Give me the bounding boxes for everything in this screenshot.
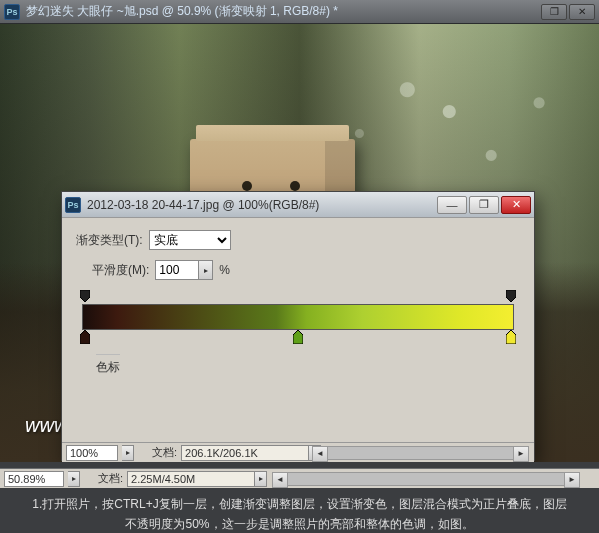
color-stop-left[interactable] <box>80 330 90 342</box>
svg-marker-2 <box>80 330 90 344</box>
gradient-type-label: 渐变类型(T): <box>76 232 143 249</box>
dialog-body: 渐变类型(T): 实底 平滑度(M): ▸ % <box>62 218 534 462</box>
gradient-editor-dialog[interactable]: Ps 2012-03-18 20-44-17.jpg @ 100%(RGB/8#… <box>61 191 535 461</box>
svg-marker-3 <box>293 330 303 344</box>
inner-zoom-input[interactable]: 100% <box>66 445 118 461</box>
opacity-stops-row[interactable] <box>82 290 514 304</box>
gradient-type-select[interactable]: 实底 <box>149 230 231 250</box>
color-stops-row[interactable] <box>82 330 514 346</box>
photoshop-doc-icon: Ps <box>65 197 81 213</box>
doc-label: 文档: <box>98 471 123 486</box>
gradient-type-row: 渐变类型(T): 实底 <box>76 230 520 250</box>
color-stop-mid[interactable] <box>293 330 303 342</box>
smoothness-input[interactable] <box>155 260 199 280</box>
zoom-input[interactable]: 50.89% <box>4 471 64 487</box>
inner-zoom-dropdown-icon[interactable]: ▸ <box>122 445 134 461</box>
canvas-area[interactable]: www.68ps.com Ps 2012-03-18 20-44-17.jpg … <box>0 24 599 462</box>
stops-section-label: 色标 <box>96 354 120 376</box>
opacity-stop-right[interactable] <box>506 290 516 302</box>
window-close-button[interactable]: ✕ <box>569 4 595 20</box>
photo-subject-lid <box>196 125 349 141</box>
svg-marker-1 <box>506 290 516 302</box>
color-stop-right[interactable] <box>506 330 516 342</box>
inner-doc-label: 文档: <box>152 445 177 460</box>
smoothness-row: 平滑度(M): ▸ % <box>92 260 520 280</box>
gradient-bar[interactable] <box>82 304 514 330</box>
horizontal-scrollbar[interactable] <box>285 472 567 486</box>
gradient-preview-area <box>82 290 514 346</box>
dialog-minimize-button[interactable]: — <box>437 196 467 214</box>
main-titlebar[interactable]: Ps 梦幻迷失 大眼仔 ~旭.psd @ 50.9% (渐变映射 1, RGB/… <box>0 0 599 24</box>
doc-menu-icon[interactable]: ▸ <box>255 471 267 487</box>
doc-value: 2.25M/4.50M <box>127 471 255 487</box>
zoom-dropdown-icon[interactable]: ▸ <box>68 471 80 487</box>
photoshop-window: Ps 梦幻迷失 大眼仔 ~旭.psd @ 50.9% (渐变映射 1, RGB/… <box>0 0 599 533</box>
tutorial-caption: 1.打开照片，按CTRL+J复制一层，创建渐变调整图层，设置渐变色，图层混合模式… <box>0 488 599 533</box>
dialog-titlebar[interactable]: Ps 2012-03-18 20-44-17.jpg @ 100%(RGB/8#… <box>62 192 534 218</box>
smoothness-label: 平滑度(M): <box>92 262 149 279</box>
svg-marker-4 <box>506 330 516 344</box>
inner-status-bar: 100% ▸ 文档: 206.1K/206.1K ▸ <box>62 442 534 462</box>
opacity-stop-left[interactable] <box>80 290 90 302</box>
dialog-maximize-button[interactable]: ❐ <box>469 196 499 214</box>
inner-horizontal-scrollbar[interactable] <box>325 446 516 460</box>
main-status-bar: 50.89% ▸ 文档: 2.25M/4.50M ▸ <box>0 468 599 488</box>
dialog-close-button[interactable]: ✕ <box>501 196 531 214</box>
document-title: 梦幻迷失 大眼仔 ~旭.psd @ 50.9% (渐变映射 1, RGB/8#)… <box>26 3 541 20</box>
inner-doc-value: 206.1K/206.1K <box>181 445 309 461</box>
photoshop-app-icon: Ps <box>4 4 20 20</box>
svg-marker-0 <box>80 290 90 302</box>
window-restore-button[interactable]: ❐ <box>541 4 567 20</box>
dialog-title: 2012-03-18 20-44-17.jpg @ 100%(RGB/8#) <box>87 198 435 212</box>
percent-label: % <box>219 263 230 277</box>
smoothness-stepper[interactable]: ▸ <box>199 260 213 280</box>
